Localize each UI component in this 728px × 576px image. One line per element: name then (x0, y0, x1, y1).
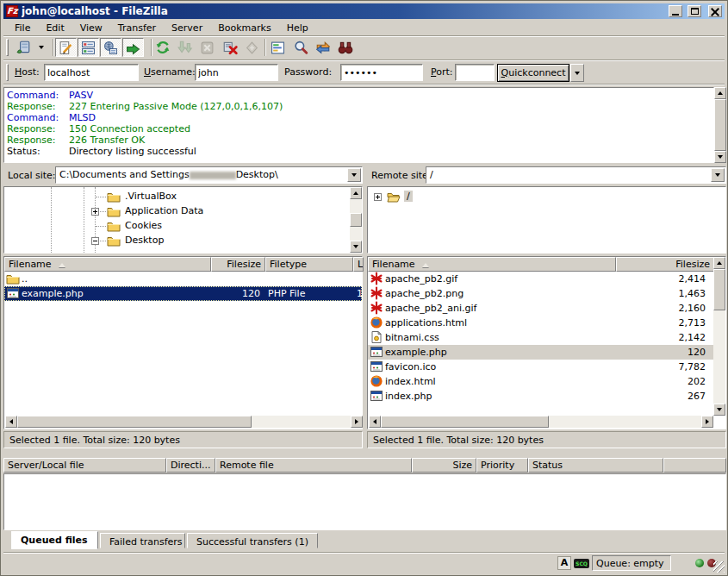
remote-site-dropdown-button[interactable] (711, 168, 725, 182)
collapse-icon[interactable] (91, 237, 99, 245)
site-manager-dropdown-button[interactable] (34, 38, 47, 57)
password-input[interactable] (340, 64, 423, 81)
tree-item-cookies[interactable]: Cookies (4, 219, 362, 234)
compare-directories-button[interactable] (289, 38, 311, 57)
menu-file[interactable]: File (7, 21, 38, 35)
table-row[interactable]: apache_pb2.gif 2,414 (368, 272, 714, 286)
local-site-combobox[interactable]: C:\Documents and SettingsDesktop\ (55, 166, 363, 184)
scrollbar-thumb[interactable] (381, 416, 549, 428)
scrollbar-thumb[interactable] (350, 213, 362, 227)
filter-button[interactable] (267, 38, 289, 57)
menu-server[interactable]: Server (164, 21, 210, 35)
synchronized-browsing-button[interactable] (312, 38, 333, 57)
remote-list-hscrollbar[interactable] (369, 416, 713, 428)
process-queue-button[interactable] (174, 38, 196, 57)
filezilla-app-icon[interactable]: Fz (6, 5, 18, 17)
scroll-left-button[interactable] (369, 416, 381, 428)
filter-icon (271, 41, 285, 55)
minimize-button[interactable] (669, 5, 682, 17)
scroll-right-button[interactable] (351, 416, 363, 428)
scrollbar-thumb[interactable] (714, 99, 726, 151)
column-header-server-local-file[interactable]: Server/Local file (3, 458, 166, 473)
column-header-filesize[interactable]: Filesize (211, 257, 265, 272)
scroll-up-button[interactable] (713, 257, 725, 269)
tab-queued-files[interactable]: Queued files (11, 531, 98, 549)
column-header-filetype[interactable]: Filetype (265, 257, 353, 272)
table-row[interactable]: apache_pb2_ani.gif 2,160 (368, 301, 714, 316)
toggle-local-tree-button[interactable] (78, 38, 99, 57)
column-header-priority[interactable]: Priority (476, 458, 528, 473)
local-list-hscrollbar[interactable] (5, 416, 363, 428)
resize-grip[interactable] (713, 561, 725, 573)
disconnect-button[interactable] (219, 38, 240, 57)
remote-list-vscrollbar[interactable] (713, 257, 725, 416)
port-input[interactable] (455, 64, 495, 81)
table-row[interactable]: index.html 202 (368, 374, 714, 389)
maximize-button[interactable] (688, 5, 701, 17)
remote-site-combobox[interactable]: / (426, 166, 726, 184)
menu-view[interactable]: View (72, 21, 110, 35)
toggle-message-log-button[interactable] (55, 38, 77, 57)
scroll-down-button[interactable] (713, 404, 725, 416)
table-row[interactable]: index.php 267 (368, 389, 714, 404)
column-header-remote-file[interactable]: Remote file (215, 458, 412, 473)
tree-item-virtualbox[interactable]: .VirtualBox (4, 190, 362, 204)
table-row[interactable]: bitnami.css 2,142 (368, 330, 714, 345)
transfer-queue-list[interactable] (3, 473, 726, 530)
scroll-down-button[interactable] (714, 151, 726, 163)
column-header-direction[interactable]: Directi... (166, 458, 215, 473)
scroll-up-button[interactable] (714, 87, 726, 99)
toolbar-grip[interactable] (6, 39, 9, 56)
scroll-right-button[interactable] (701, 416, 713, 428)
toggle-remote-tree-button[interactable] (100, 38, 121, 57)
menu-help[interactable]: Help (279, 21, 316, 35)
scrollbar-thumb[interactable] (17, 416, 252, 428)
host-input[interactable] (44, 64, 139, 81)
local-tree-scrollbar[interactable] (350, 187, 362, 253)
log-line: Command:MLSD (4, 112, 713, 123)
tree-item-label: Cookies (122, 220, 165, 231)
quickconnect-button[interactable]: Quickconnect (497, 64, 569, 82)
column-header-lastmodified[interactable]: L (353, 257, 364, 272)
tree-item-desktop[interactable]: Desktop (4, 234, 362, 248)
log-scrollbar[interactable] (714, 87, 726, 163)
menu-bookmarks[interactable]: Bookmarks (210, 21, 278, 35)
scroll-left-button[interactable] (5, 416, 17, 428)
menu-transfer[interactable]: Transfer (110, 21, 164, 35)
scroll-up-button[interactable] (350, 187, 362, 199)
column-header-status[interactable]: Status (528, 458, 663, 473)
expand-icon[interactable] (91, 208, 99, 216)
menu-edit[interactable]: Edit (38, 21, 72, 35)
tab-successful-transfers[interactable]: Successful transfers (1) (187, 533, 318, 548)
scrollbar-thumb[interactable] (713, 269, 725, 310)
table-row[interactable]: example.php 120 (368, 345, 714, 360)
local-site-dropdown-button[interactable] (347, 168, 361, 182)
expand-icon[interactable] (374, 193, 382, 201)
tree-item-label: .VirtualBox (122, 191, 179, 202)
find-files-button[interactable] (334, 38, 356, 57)
table-row[interactable]: favicon.ico 7,782 (368, 360, 714, 374)
cancel-button[interactable] (196, 38, 218, 57)
column-header-filename[interactable]: Filename (368, 257, 616, 272)
username-input[interactable] (195, 64, 278, 81)
refresh-button[interactable] (152, 38, 173, 57)
site-manager-button[interactable] (12, 38, 34, 57)
column-header-filename[interactable]: Filename (4, 257, 211, 272)
title-bar[interactable]: Fz john@localhost - FileZilla (3, 3, 725, 19)
tab-failed-transfers[interactable]: Failed transfers (100, 533, 185, 548)
tree-item-application-data[interactable]: Application Data (4, 204, 362, 219)
column-header-filesize[interactable]: Filesize (616, 257, 714, 272)
table-row[interactable]: apache_pb2.png 1,463 (368, 286, 714, 301)
quickconnect-grip[interactable] (6, 64, 9, 81)
quickconnect-dropdown-button[interactable] (570, 64, 584, 82)
speed-limits-icon[interactable]: SCQ (574, 559, 589, 568)
column-header-size[interactable]: Size (412, 458, 476, 473)
reconnect-button[interactable] (241, 38, 263, 57)
table-row[interactable]: .. (4, 272, 362, 286)
scroll-down-button[interactable] (350, 241, 362, 253)
table-row[interactable]: example.php 120 PHP File 1 (4, 286, 362, 301)
toggle-queue-button[interactable] (122, 38, 144, 57)
close-button[interactable] (708, 5, 722, 17)
tree-item-root[interactable]: / (368, 190, 725, 204)
table-row[interactable]: applications.html 2,713 (368, 316, 714, 330)
